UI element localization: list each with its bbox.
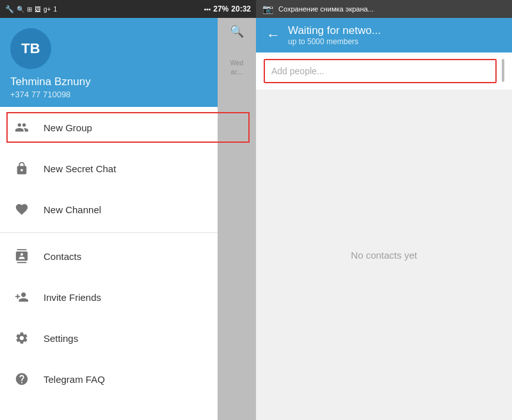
no-contacts-text: No contacts yet [351,250,417,261]
chat-list-background: 🔍 Wedac... [218,18,256,420]
sim-icon: 1 [53,6,57,13]
scrollbar-track [502,59,504,82]
profile-phone: +374 77 710098 [10,90,246,99]
left-panel: 🔧 🔍 ⊞ 🖼 g+ 1 ▪▪▪ 27% 20:32 TB Tehmina Bz… [0,0,256,420]
lock-icon [10,157,33,180]
search-small-icon: 🔍 [17,6,24,13]
new-group-label: New Group [44,122,92,133]
invite-friends-label: Invite Friends [44,292,101,303]
network-title-block: Waiting for netwo... up to 5000 members [288,24,381,46]
contacts-label: Contacts [44,251,81,262]
channel-icon [10,198,33,221]
image-icon: 🖼 [35,6,41,13]
group-icon [10,116,33,139]
network-title: Waiting for netwo... [288,24,381,37]
search-bg-icon: 🔍 [230,24,244,38]
faq-icon [10,368,33,391]
back-button[interactable]: ← [266,27,280,44]
no-contacts-area: No contacts yet [256,90,512,420]
network-subtitle: up to 5000 members [288,37,381,46]
settings-icon [10,327,33,350]
new-channel-label: New Channel [44,204,101,215]
profile-name: Tehmina Bznuny [10,76,246,88]
new-secret-chat-label: New Secret Chat [44,163,116,174]
add-people-area: Add people... [256,52,512,90]
settings-label: Settings [44,333,78,344]
add-people-input-wrapper[interactable]: Add people... [264,59,497,83]
wrench-icon: 🔧 [5,5,14,13]
telegram-faq-label: Telegram FAQ [44,374,105,385]
contacts-icon [10,245,33,268]
gplus-icon: g+ [44,6,51,13]
grid-icon: ⊞ [27,6,32,13]
signal-icon: ▪▪▪ [204,6,211,13]
right-panel: 📷 Сохранение снимка экрана... ← Waiting … [256,0,512,420]
screenshot-text: Сохранение снимка экрана... [278,5,374,13]
status-bar-right: ▪▪▪ 27% 20:32 [204,4,251,13]
status-bar: 🔧 🔍 ⊞ 🖼 g+ 1 ▪▪▪ 27% 20:32 [0,0,256,18]
screenshot-icon: 📷 [262,4,273,14]
battery-level: 27% [213,4,228,13]
add-people-placeholder: Add people... [271,66,324,76]
screenshot-bar: 📷 Сохранение снимка экрана... [256,0,512,18]
chat-preview-text: Wedac... [228,56,246,79]
avatar: TB [10,28,51,69]
invite-icon [10,286,33,309]
time-display: 20:32 [231,4,251,13]
status-bar-left: 🔧 🔍 ⊞ 🖼 g+ 1 [5,5,57,13]
network-header: ← Waiting for netwo... up to 5000 member… [256,18,512,52]
